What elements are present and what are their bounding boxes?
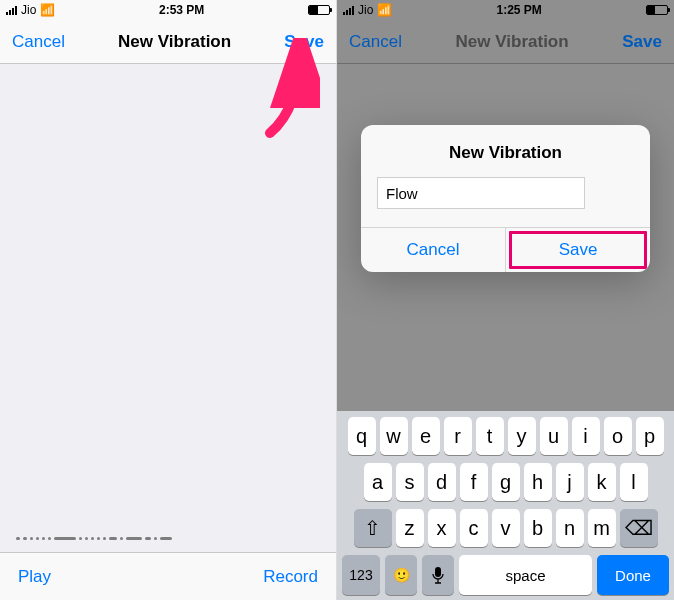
key-k[interactable]: k — [588, 463, 616, 501]
key-g[interactable]: g — [492, 463, 520, 501]
page-title: New Vibration — [456, 32, 569, 52]
key-d[interactable]: d — [428, 463, 456, 501]
wifi-icon: 📶 — [377, 3, 392, 17]
key-o[interactable]: o — [604, 417, 632, 455]
clock: 2:53 PM — [159, 3, 204, 17]
key-u[interactable]: u — [540, 417, 568, 455]
done-key[interactable]: Done — [597, 555, 669, 595]
space-key[interactable]: space — [459, 555, 592, 595]
status-bar: Jio 📶 2:53 PM — [0, 0, 336, 20]
dialog-cancel-button[interactable]: Cancel — [361, 228, 506, 272]
signal-icon — [6, 5, 17, 15]
signal-icon — [343, 5, 354, 15]
key-e[interactable]: e — [412, 417, 440, 455]
key-s[interactable]: s — [396, 463, 424, 501]
phone-screen-left: Jio 📶 2:53 PM Cancel New Vibration Save … — [0, 0, 337, 600]
record-button[interactable]: Record — [263, 567, 318, 587]
page-title: New Vibration — [118, 32, 231, 52]
key-f[interactable]: f — [460, 463, 488, 501]
key-p[interactable]: p — [636, 417, 664, 455]
backspace-key[interactable]: ⌫ — [620, 509, 658, 547]
name-vibration-dialog: New Vibration Cancel Save — [361, 125, 650, 272]
save-button[interactable]: Save — [284, 32, 324, 52]
key-i[interactable]: i — [572, 417, 600, 455]
vibration-pattern — [16, 536, 320, 540]
phone-screen-right: Jio 📶 1:25 PM Cancel New Vibration Save … — [337, 0, 674, 600]
key-t[interactable]: t — [476, 417, 504, 455]
clock: 1:25 PM — [496, 3, 541, 17]
key-w[interactable]: w — [380, 417, 408, 455]
key-y[interactable]: y — [508, 417, 536, 455]
key-j[interactable]: j — [556, 463, 584, 501]
battery-icon — [646, 5, 668, 15]
battery-icon — [308, 5, 330, 15]
key-r[interactable]: r — [444, 417, 472, 455]
nav-bar: Cancel New Vibration Save — [0, 20, 336, 64]
numbers-key[interactable]: 123 — [342, 555, 380, 595]
shift-key[interactable]: ⇧ — [354, 509, 392, 547]
nav-bar: Cancel New Vibration Save — [337, 20, 674, 64]
key-h[interactable]: h — [524, 463, 552, 501]
key-q[interactable]: q — [348, 417, 376, 455]
mic-key[interactable] — [422, 555, 454, 595]
vibration-name-input[interactable] — [377, 177, 585, 209]
svg-rect-0 — [435, 567, 441, 577]
vibration-canvas[interactable] — [0, 64, 336, 552]
dialog-title: New Vibration — [361, 125, 650, 177]
carrier-label: Jio — [358, 3, 373, 17]
carrier-label: Jio — [21, 3, 36, 17]
emoji-key[interactable]: 🙂 — [385, 555, 417, 595]
dialog-save-button[interactable]: Save — [506, 228, 650, 272]
key-c[interactable]: c — [460, 509, 488, 547]
cancel-button[interactable]: Cancel — [12, 32, 65, 52]
cancel-button[interactable]: Cancel — [349, 32, 402, 52]
play-button[interactable]: Play — [18, 567, 51, 587]
wifi-icon: 📶 — [40, 3, 55, 17]
key-z[interactable]: z — [396, 509, 424, 547]
key-a[interactable]: a — [364, 463, 392, 501]
mic-icon — [431, 566, 445, 584]
key-x[interactable]: x — [428, 509, 456, 547]
save-button[interactable]: Save — [622, 32, 662, 52]
footer-bar: Play Record — [0, 552, 336, 600]
key-m[interactable]: m — [588, 509, 616, 547]
key-v[interactable]: v — [492, 509, 520, 547]
key-b[interactable]: b — [524, 509, 552, 547]
status-bar: Jio 📶 1:25 PM — [337, 0, 674, 20]
keyboard: qwertyuiop asdfghjkl ⇧zxcvbnm⌫ 123 🙂 spa… — [337, 411, 674, 600]
key-n[interactable]: n — [556, 509, 584, 547]
key-l[interactable]: l — [620, 463, 648, 501]
